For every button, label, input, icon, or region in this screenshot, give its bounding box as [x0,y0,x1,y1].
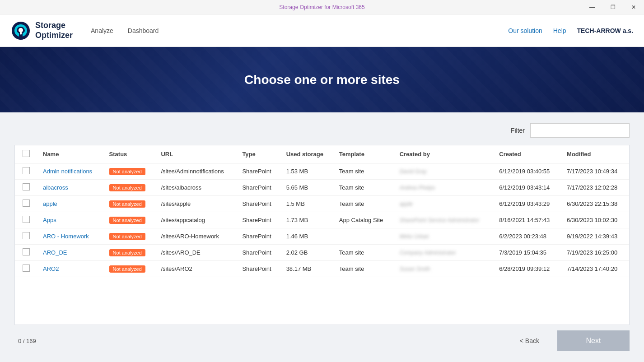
nav-link-dashboard[interactable]: Dashboard [128,27,159,34]
row-checkbox-cell [15,228,37,245]
site-name-link[interactable]: Apps [43,217,56,223]
status-badge: Not analyzed [109,217,145,224]
sites-table: Name Status URL Type Used storage Templa… [15,145,629,277]
logo-area: Storage Optimizer [11,21,73,41]
bottom-bar: 0 / 169 < Back Next [14,325,630,351]
table-row[interactable]: ARO2Not analyzed/sites/ARO2SharePoint38.… [15,261,629,277]
row-created-by: Company Administrator [394,245,494,261]
row-checkbox[interactable] [23,232,30,239]
row-modified: 9/19/2022 14:39:43 [561,228,629,245]
table-row[interactable]: Admin notificationsNot analyzed/sites/Ad… [15,163,629,180]
logo-text: Storage Optimizer [35,21,73,40]
status-badge: Not analyzed [109,168,145,175]
row-checkbox[interactable] [23,183,30,190]
select-all-checkbox[interactable] [23,150,30,157]
row-used-storage: 1.73 MB [281,212,334,228]
filter-label: Filter [511,127,525,134]
row-status: Not analyzed [104,228,156,245]
row-url: /sites/ARO_DE [155,245,237,261]
nav-link-our-solution[interactable]: Our solution [508,27,542,34]
row-url: /sites/ARO2 [155,261,237,277]
row-name: Admin notifications [37,163,104,180]
row-url: /sites/Adminnotifications [155,163,237,180]
site-name-link[interactable]: apple [43,200,57,207]
table-row[interactable]: albacrossNot analyzed/sites/albacrossSha… [15,180,629,196]
created-by-blurred: Company Administrator [400,250,456,256]
row-url: /sites/albacross [155,180,237,196]
nav-link-analyze[interactable]: Analyze [91,27,113,34]
row-checkbox[interactable] [23,216,30,223]
site-name-link[interactable]: ARO2 [43,265,59,272]
created-by-blurred: Mirko Urban [400,233,429,240]
row-type: SharePoint [237,212,280,228]
created-by-blurred: apple [400,201,413,207]
table-row[interactable]: ARO - HomeworkNot analyzed/sites/ARO-Hom… [15,228,629,245]
row-checkbox-cell [15,196,37,212]
bottom-actions: < Back Next [520,330,630,351]
row-url: /sites/apple [155,196,237,212]
row-created: 6/12/2019 03:40:55 [494,163,561,180]
main-content: Filter Name Status URL Type Used storage… [0,112,644,362]
table-row[interactable]: AppsNot analyzed/sites/appcatalogSharePo… [15,212,629,228]
next-button[interactable]: Next [557,330,630,351]
status-badge: Not analyzed [109,184,145,191]
created-by-blurred: Andrea Phelps [400,185,435,191]
top-nav: Storage Optimizer Analyze Dashboard Our … [0,14,644,47]
row-type: SharePoint [237,261,280,277]
created-by-blurred: Susan Smith [400,266,430,272]
row-template: Team site [334,196,394,212]
back-button[interactable]: < Back [520,337,539,344]
row-checkbox[interactable] [23,265,30,272]
row-template [334,228,394,245]
nav-links: Analyze Dashboard [91,27,508,34]
row-name: ARO - Homework [37,228,104,245]
row-type: SharePoint [237,228,280,245]
row-status: Not analyzed [104,245,156,261]
site-name-link[interactable]: Admin notifications [43,168,92,175]
row-name: apple [37,196,104,212]
site-name-link[interactable]: ARO - Homework [43,233,89,240]
row-modified: 7/14/2023 17:40:20 [561,261,629,277]
row-checkbox[interactable] [23,248,30,255]
row-template: Team site [334,163,394,180]
status-badge: Not analyzed [109,249,145,256]
row-name: ARO2 [37,261,104,277]
filter-row: Filter [14,123,630,138]
nav-link-help[interactable]: Help [553,27,566,34]
row-used-storage: 5.65 MB [281,180,334,196]
header-created: Created [494,145,561,163]
filter-input[interactable] [530,123,630,138]
row-status: Not analyzed [104,180,156,196]
header-checkbox [15,145,37,163]
row-checkbox-cell [15,212,37,228]
row-checkbox[interactable] [23,200,30,207]
site-name-link[interactable]: ARO_DE [43,249,67,256]
row-created-by: Andrea Phelps [394,180,494,196]
header-created-by: Created by [394,145,494,163]
close-button[interactable]: ✕ [623,0,644,14]
row-url: /sites/ARO-Homework [155,228,237,245]
row-used-storage: 1.46 MB [281,228,334,245]
site-name-link[interactable]: albacross [43,184,68,191]
table-row[interactable]: appleNot analyzed/sites/appleSharePoint1… [15,196,629,212]
header-template: Template [334,145,394,163]
row-created-by: David Gray [394,163,494,180]
left-section: 0 / 169 [14,337,36,345]
created-by-blurred: David Gray [400,168,427,175]
row-checkbox[interactable] [23,167,30,174]
row-created: 6/28/2019 09:39:12 [494,261,561,277]
row-url: /sites/appcatalog [155,212,237,228]
row-modified: 7/19/2023 16:25:00 [561,245,629,261]
row-template: Team site [334,261,394,277]
row-checkbox-cell [15,180,37,196]
row-checkbox-cell [15,163,37,180]
created-by-blurred: SharePoint Service Administrator [400,217,479,223]
table-row[interactable]: ARO_DENot analyzed/sites/ARO_DESharePoin… [15,245,629,261]
maximize-button[interactable]: ❐ [602,0,623,14]
minimize-button[interactable]: — [582,0,602,14]
status-badge: Not analyzed [109,233,145,240]
title-bar-controls: — ❐ ✕ [582,0,644,14]
row-used-storage: 38.17 MB [281,261,334,277]
row-used-storage: 1.5 MB [281,196,334,212]
selection-count: 0 / 169 [14,338,36,344]
